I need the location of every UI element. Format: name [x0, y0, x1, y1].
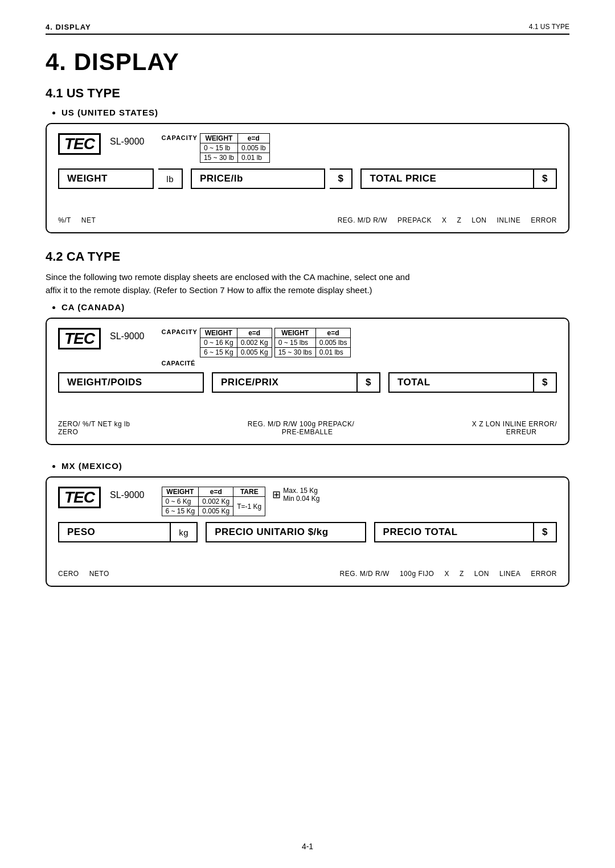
us-panel-footer: %/T NET REG. M/D R/W PREPACK X Z LON INL…: [58, 215, 557, 224]
footer-pct-t: %/T: [58, 216, 71, 224]
ca-capacite-label: CAPACITÉ: [162, 360, 195, 367]
ca-footer-zero: ZERO/ %/T NET kg lb ZERO: [58, 420, 130, 436]
mx-footer-lon: LON: [474, 570, 489, 578]
footer-inline: INLINE: [497, 216, 520, 224]
mx-peso-field: PESO: [58, 522, 171, 542]
us-weight-field: WEIGHT: [58, 168, 154, 189]
page-number: 4-1: [0, 842, 615, 851]
footer-error: ERROR: [531, 216, 557, 224]
footer-prepack: PREPACK: [397, 216, 432, 224]
mx-footer-error: ERROR: [531, 570, 557, 578]
ca-footer-reg: REG. M/D R/W 100g PREPACK/ PRE-EMBALLE: [248, 420, 355, 436]
mx-capacity-table: WEIGHT e=d TARE 0 ~ 6 Kg 0.002 Kg T=-1 K…: [162, 487, 266, 516]
footer-z: Z: [457, 216, 461, 224]
us-weight-unit: lb: [158, 168, 183, 189]
tec-logo-us: TEC: [58, 133, 101, 155]
tec-logo-ca: TEC: [58, 328, 101, 349]
section-42-title: 4.2 CA TYPE: [46, 249, 569, 264]
ca-panel-footer: ZERO/ %/T NET kg lb ZERO REG. M/D R/W 10…: [58, 419, 557, 436]
mx-tare-value: T=-1 Kg: [233, 497, 265, 516]
us-model: SL-9000: [110, 137, 145, 147]
mx-footer-reg: REG. M/D R/W: [340, 570, 390, 578]
ca-display-panel: TEC SL-9000 CAPACITY WEIGHT e=d 0 ~ 16 K…: [46, 318, 569, 445]
footer-x: X: [442, 216, 447, 224]
ca-desc: Since the following two remote display s…: [46, 271, 569, 297]
ca-capacity-table-1: WEIGHT e=d 0 ~ 16 Kg 0.002 Kg 6 ~ 15 Kg …: [200, 328, 272, 357]
top-divider: [46, 34, 569, 35]
header-section-right: 4.1 US TYPE: [529, 23, 569, 31]
mx-model: SL-9000: [110, 490, 145, 500]
mx-price-field: PRECIO UNITARIO $/kg: [206, 522, 366, 542]
ca-price-field: PRICE/PRIX: [212, 372, 358, 393]
footer-reg-mdw: REG. M/D R/W: [338, 216, 387, 224]
mx-total-symbol: $: [534, 522, 557, 542]
mx-min-label: Min 0.04 Kg: [283, 495, 319, 503]
us-capacity-label: CAPACITY: [162, 134, 198, 141]
mx-display-panel: TEC SL-9000 WEIGHT e=d TARE 0 ~ 6 Kg 0.0…: [46, 476, 569, 587]
mx-total-field: PRECIO TOTAL: [374, 522, 534, 542]
mx-footer-neto: NETO: [89, 570, 109, 578]
mx-footer-z: Z: [460, 570, 464, 578]
ca-price-symbol: $: [358, 372, 380, 393]
ca-model: SL-9000: [110, 331, 145, 342]
ca-capacity-table-2: WEIGHT e=d 0 ~ 15 lbs 0.005 lbs 15 ~ 30 …: [274, 328, 351, 357]
us-price-field: PRICE/lb: [191, 168, 325, 189]
us-bullet: US (UNITED STATES): [62, 108, 569, 117]
section-41-title: 4.1 US TYPE: [46, 86, 569, 101]
mx-footer-fijo: 100g FIJO: [400, 570, 434, 578]
footer-net: NET: [81, 216, 96, 224]
header-section-left: 4. DISPLAY: [46, 23, 91, 31]
us-total-symbol: $: [534, 168, 557, 189]
mx-weight-unit: kg: [171, 522, 198, 542]
ca-bullet: CA (CANADA): [62, 302, 569, 312]
mx-footer-x: X: [444, 570, 449, 578]
mx-footer-linea: LINEA: [499, 570, 520, 578]
mx-bullet: MX (MEXICO): [62, 461, 569, 471]
ca-weight-field: WEIGHT/POIDS: [58, 372, 204, 393]
mx-footer-cero: CERO: [58, 570, 79, 578]
ca-footer-error: X Z LON INLINE ERROR/ ERREUR: [472, 420, 557, 436]
us-display-panel: TEC SL-9000 CAPACITY WEIGHT e=d 0 ~ 15 l…: [46, 123, 569, 233]
mx-max-label: Max. 15 Kg: [283, 487, 319, 495]
ca-capacity-label: CAPACITY: [162, 328, 198, 335]
scale-icon: ⊞: [272, 488, 281, 501]
us-capacity-table: WEIGHT e=d 0 ~ 15 lb 0.005 lb 15 ~ 30 lb…: [200, 133, 270, 163]
chapter-title: 4. DISPLAY: [46, 48, 569, 76]
us-total-field: TOTAL PRICE: [360, 168, 534, 189]
tec-logo-mx: TEC: [58, 487, 101, 508]
ca-total-field: TOTAL: [388, 372, 534, 393]
footer-lon: LON: [472, 216, 486, 224]
us-price-symbol: $: [330, 168, 352, 189]
ca-total-symbol: $: [534, 372, 557, 393]
mx-panel-footer: CERO NETO REG. M/D R/W 100g FIJO X Z LON…: [58, 569, 557, 578]
